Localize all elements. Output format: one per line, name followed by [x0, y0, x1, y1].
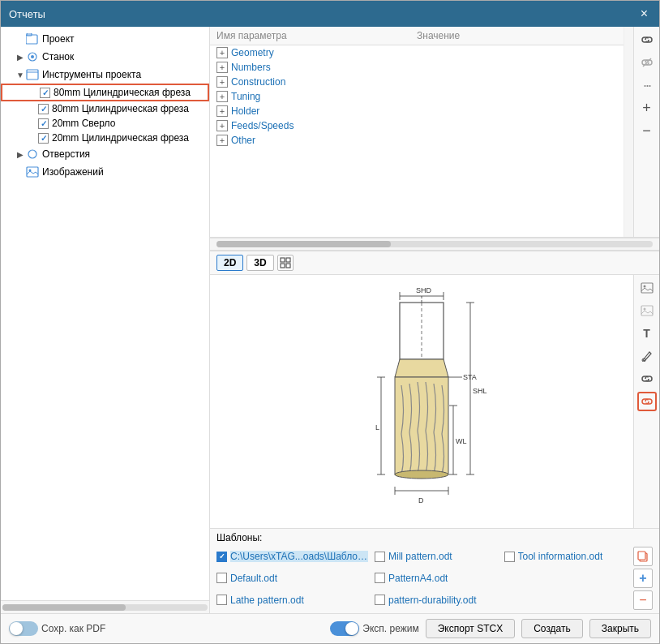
tree-item-project[interactable]: Проект	[1, 30, 209, 48]
prop-expand-other[interactable]: +	[216, 135, 228, 146]
hscrollbar-thumb	[2, 604, 126, 611]
template-checkbox-lathe[interactable]	[216, 595, 227, 605]
template-item-toolinfo[interactable]: Tool information.odt	[504, 547, 628, 567]
prop-expand-construction[interactable]: +	[216, 76, 228, 88]
template-label-pattern4: PatternA4.odt	[388, 573, 448, 584]
prop-item-other[interactable]: + Other	[210, 133, 624, 148]
template-checkbox-default[interactable]	[216, 573, 227, 583]
tree-label-tools: Инструменты проекта	[42, 69, 141, 80]
template-checkbox-mill[interactable]	[375, 552, 385, 562]
prop-name-other: Other	[231, 135, 617, 146]
hscrollbar-track[interactable]	[2, 604, 208, 611]
template-item-default[interactable]: Default.odt	[216, 569, 368, 589]
tree-item-machine[interactable]: ▶ Станок	[1, 48, 209, 66]
create-button[interactable]: Создать	[521, 619, 583, 638]
viewer-brush-button[interactable]	[637, 346, 657, 366]
template-item-durability[interactable]: pattern-durability.odt	[375, 590, 498, 610]
svg-text:L: L	[375, 423, 379, 431]
viewer-link-button[interactable]	[637, 369, 657, 389]
svg-rect-42	[641, 283, 653, 293]
prop-item-feedspeeds[interactable]: + Feeds/Speeds	[210, 118, 624, 133]
template-label-durability: pattern-durability.odt	[388, 595, 477, 606]
prop-expand-feedspeeds[interactable]: +	[216, 120, 228, 131]
prop-right-toolbar: ··· + −	[633, 27, 659, 237]
viewer-image2-button[interactable]	[637, 301, 657, 320]
template-item-lathe[interactable]: Lathe pattern.odt	[216, 590, 368, 610]
prop-expand-holder[interactable]: +	[216, 105, 228, 117]
prop-expand-tuning[interactable]: +	[216, 91, 228, 102]
left-hscrollbar[interactable]	[1, 600, 209, 613]
prop-link-button[interactable]	[637, 30, 657, 49]
tree-label-project: Проект	[42, 33, 75, 45]
tree-item-tool1[interactable]: 80mm Цилиндрическая фреза	[1, 84, 209, 101]
tree-checkbox-tool4[interactable]	[38, 133, 49, 144]
template-item-pattern4[interactable]: PatternA4.odt	[375, 569, 498, 589]
template-label-lathe: Lathe pattern.odt	[230, 595, 304, 606]
prop-plus-button[interactable]: +	[637, 98, 657, 118]
viewer-link-active-button[interactable]	[637, 392, 657, 411]
tree-toggle-machine: ▶	[15, 52, 25, 62]
viewer-text-button[interactable]: T	[637, 324, 657, 343]
bottom-bar: Сохр. как PDF Эксп. режим Экспорт STCX С…	[1, 613, 659, 643]
tree-checkbox-tool2[interactable]	[38, 104, 49, 114]
close-window-button[interactable]: ×	[637, 7, 651, 20]
pdf-toggle[interactable]: Сохр. как PDF	[9, 621, 105, 636]
prop-dots-button[interactable]: ···	[637, 75, 657, 95]
svg-rect-10	[281, 258, 285, 262]
prop-minus-button[interactable]: −	[637, 121, 657, 140]
mode-toggle-track[interactable]	[330, 621, 359, 636]
tmpl-remove-button[interactable]: −	[633, 590, 653, 610]
export-stcx-button[interactable]: Экспорт STCX	[426, 619, 515, 638]
prop-item-construction[interactable]: + Construction	[210, 75, 624, 89]
prop-item-holder[interactable]: + Holder	[210, 104, 624, 118]
tmpl-copy-button[interactable]	[633, 547, 653, 566]
svg-text:D: D	[418, 496, 424, 504]
close-button[interactable]: Закрыть	[589, 619, 651, 638]
viewer-toolbar: 2D 3D	[210, 251, 659, 275]
prop-item-geometry[interactable]: + Geometry	[210, 45, 624, 60]
viewer-image-button[interactable]	[637, 278, 657, 298]
svg-rect-0	[26, 35, 37, 44]
tree-item-tool3[interactable]: 20mm Сверло	[1, 116, 209, 131]
prop-hscrollbar-track[interactable]	[216, 241, 653, 247]
tab-grid-icon[interactable]	[277, 255, 294, 271]
mode-toggle-label: Эксп. режим	[362, 623, 418, 634]
tree-toggle-tools: ▼	[15, 70, 25, 79]
tree-item-tool2[interactable]: 80mm Цилиндрическая фреза	[1, 101, 209, 116]
tree-item-images[interactable]: Изображений	[1, 163, 209, 181]
prop-table-header: Имя параметра Значение	[210, 27, 624, 45]
templates-label: Шаблоны:	[216, 532, 653, 543]
tree-checkbox-tool3[interactable]	[38, 118, 49, 129]
prop-expand-geometry[interactable]: +	[216, 47, 228, 58]
viewer-area: 2D 3D SHD	[210, 251, 659, 528]
tree-checkbox-tool1[interactable]	[40, 88, 50, 98]
template-checkbox-durability[interactable]	[375, 595, 385, 605]
prop-expand-numbers[interactable]: +	[216, 62, 228, 73]
template-checkbox-custom[interactable]	[216, 552, 227, 562]
prop-hscrollbar[interactable]	[210, 238, 659, 251]
prop-vscrollbar[interactable]	[624, 27, 633, 237]
pdf-toggle-track[interactable]	[9, 621, 38, 636]
svg-rect-13	[286, 264, 290, 268]
template-checkbox-toolinfo[interactable]	[504, 552, 515, 562]
tree-item-holes[interactable]: ▶ Отверстия	[1, 145, 209, 163]
tab-3d[interactable]: 3D	[246, 255, 273, 271]
prop-table-area: Имя параметра Значение + Geometry + Numb…	[210, 27, 624, 237]
tab-2d[interactable]: 2D	[216, 255, 243, 271]
prop-unlink-button[interactable]	[637, 53, 657, 72]
tree-label-tool4: 20mm Цилиндрическая фреза	[52, 132, 189, 144]
tmpl-add-button[interactable]: +	[633, 569, 653, 588]
prop-item-numbers[interactable]: + Numbers	[210, 60, 624, 75]
svg-rect-7	[27, 167, 38, 177]
template-item-custom[interactable]: C:\Users\xTAG...oads\Шаблон.odt	[216, 547, 368, 567]
tree-item-tool4[interactable]: 20mm Цилиндрическая фреза	[1, 131, 209, 145]
prop-item-tuning[interactable]: + Tuning	[210, 89, 624, 104]
template-item-mill[interactable]: Mill pattern.odt	[375, 547, 498, 567]
tree-toggle-holes: ▶	[15, 149, 25, 159]
tree-toggle-project	[15, 34, 25, 44]
mode-toggle[interactable]: Эксп. режим	[330, 621, 418, 636]
template-checkbox-pattern4[interactable]	[375, 573, 385, 583]
tree-item-tools[interactable]: ▼ Инструменты проекта	[1, 66, 209, 84]
holes-icon	[25, 147, 40, 161]
svg-text:WL: WL	[456, 437, 467, 445]
